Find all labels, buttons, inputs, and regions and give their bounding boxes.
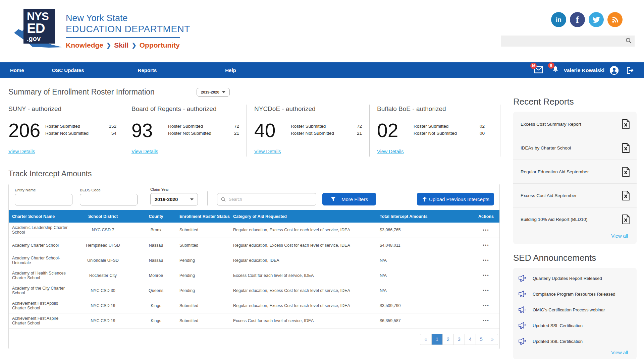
notifications-badge: 8 xyxy=(548,62,554,69)
account-circle-icon xyxy=(609,65,619,75)
cell-district: NYC CSD 19 xyxy=(73,313,132,328)
search-icon[interactable] xyxy=(625,37,632,45)
announcement-item[interactable]: Updated SSL Certification xyxy=(513,334,637,349)
announcements-view-all-link[interactable]: View all xyxy=(513,349,637,359)
view-details-link[interactable]: View Details xyxy=(8,149,35,154)
announcement-label: Quarterly Updates Report Released xyxy=(533,276,602,281)
report-item[interactable]: Excess Cost Summary Report xyxy=(513,112,637,136)
view-details-link[interactable]: View Details xyxy=(377,149,404,154)
stat-label: Roster Not Submitted xyxy=(45,130,89,137)
pagination-page-4[interactable]: 4 xyxy=(465,334,476,345)
content-column: Summary of Enrollment Roster Information… xyxy=(8,78,500,359)
filter-bar: Entity Name BEDS Code Claim Year 2019-20… xyxy=(9,184,499,210)
view-details-link[interactable]: View Details xyxy=(131,149,158,154)
nav-item-osc-updates[interactable]: OSC Updates xyxy=(52,67,84,73)
logo-text-nys: NYS xyxy=(27,11,55,22)
announcement-item[interactable]: Compliance Program Resources Released xyxy=(513,286,637,302)
excel-file-icon xyxy=(622,143,630,153)
report-item[interactable]: Regular Education Aid September xyxy=(513,160,637,184)
cell-status: Submitted xyxy=(179,238,233,253)
row-actions-button[interactable]: ••• xyxy=(483,303,489,308)
mail-button[interactable]: 16 xyxy=(534,66,543,75)
excel-file-icon xyxy=(622,167,630,177)
nysed-logo[interactable]: NYS ED .gov New York State EDUCATION DEP… xyxy=(19,9,190,49)
table-search-input[interactable] xyxy=(229,197,313,202)
cell-district: NYC CSD 7 xyxy=(73,223,132,238)
row-actions-button[interactable]: ••• xyxy=(483,288,489,293)
announcement-item[interactable]: OMIG's Certification Process webinar xyxy=(513,302,637,318)
logout-icon xyxy=(626,66,634,74)
report-item[interactable]: Building 10% Aid Report (BLD10) xyxy=(513,207,637,231)
excel-file-icon xyxy=(622,119,630,129)
announcement-item[interactable]: Quarterly Updates Report Released xyxy=(513,270,637,286)
announcements-title: SED Announcements xyxy=(513,253,637,263)
user-name[interactable]: Valerie Kowalski xyxy=(564,67,605,73)
main-navbar: Home OSC Updates Reports Help 16 8 Valer… xyxy=(0,62,644,78)
row-actions-button[interactable]: ••• xyxy=(483,273,489,278)
beds-code-input[interactable] xyxy=(80,194,138,205)
pagination-page-3[interactable]: 3 xyxy=(453,334,465,345)
summary-year-value: 2019-2020 xyxy=(201,90,219,94)
pagination-page-2[interactable]: 2 xyxy=(442,334,453,345)
stat-value: 152 xyxy=(109,123,116,130)
report-item[interactable]: IDEAs by Charter School xyxy=(513,136,637,160)
row-actions-button[interactable]: ••• xyxy=(483,243,489,248)
account-button[interactable] xyxy=(609,65,619,75)
table-header-row: Charter School Name School District Coun… xyxy=(9,210,499,223)
upload-previous-intercepts-button[interactable]: Upload Previous Intercepts xyxy=(417,193,494,205)
cell-category: Regular education, Excess Cost for each … xyxy=(233,298,380,313)
summary-year-dropdown[interactable]: 2019-2020 xyxy=(197,88,230,97)
cell-amount: $3,066,765 xyxy=(380,223,473,238)
announcement-item[interactable]: Updated SSL Certification xyxy=(513,318,637,334)
card-title: NYCDoE - authorized xyxy=(254,105,362,113)
reports-view-all-link[interactable]: View all xyxy=(513,231,637,244)
chevron-right-icon: ❯ xyxy=(131,42,136,49)
col-category-of-aid: Category of Aid Requested xyxy=(233,210,380,223)
claim-year-select[interactable]: 2019-2020 xyxy=(150,193,198,205)
row-actions-button[interactable]: ••• xyxy=(483,228,489,233)
pagination-prev[interactable]: « xyxy=(420,334,431,345)
brand-tagline: Knowledge ❯ Skill ❯ Opportunity xyxy=(66,41,190,49)
pagination-next[interactable]: » xyxy=(487,334,498,345)
facebook-glyph: f xyxy=(576,14,579,25)
summary-cards: SUNY - authorized 206 Roster Submitted15… xyxy=(8,105,500,157)
cell-category: Regular education, Excess Cost for each … xyxy=(233,238,380,253)
summary-title: Summary of Enrollment Roster Information xyxy=(8,87,155,97)
col-charter-school-name: Charter School Name xyxy=(9,210,73,223)
view-details-link[interactable]: View Details xyxy=(254,149,281,154)
cell-school-name: Achievement First Aspire Charter School xyxy=(9,313,73,328)
rss-icon[interactable] xyxy=(607,12,623,27)
pagination-page-5[interactable]: 5 xyxy=(476,334,487,345)
nav-item-reports[interactable]: Reports xyxy=(138,67,157,73)
entity-name-input[interactable] xyxy=(15,194,72,205)
stat-label: Roster Submitted xyxy=(291,123,326,130)
nysed-logo-mark: NYS ED .gov xyxy=(19,9,58,46)
twitter-icon[interactable] xyxy=(589,12,604,27)
tagline-word1: Knowledge xyxy=(66,41,103,49)
more-filters-label: More Filters xyxy=(341,196,368,202)
search-icon xyxy=(221,197,226,202)
nav-item-home[interactable]: Home xyxy=(10,67,24,73)
notifications-button[interactable]: 8 xyxy=(552,66,559,75)
col-actions: Actions xyxy=(473,210,499,223)
report-label: Excess Cost Aid September xyxy=(521,193,577,198)
nav-item-help[interactable]: Help xyxy=(225,67,236,73)
row-actions-button[interactable]: ••• xyxy=(483,258,489,263)
cell-school-name: Achievement First Apollo Charter School xyxy=(9,298,73,313)
report-item[interactable]: Excess Cost Aid September xyxy=(513,184,637,207)
cell-school-name: Academy of Health Sciences Charter Schoo… xyxy=(9,268,73,283)
intercept-table: Charter School Name School District Coun… xyxy=(9,210,499,328)
pagination-page-1[interactable]: 1 xyxy=(431,334,442,345)
facebook-icon[interactable]: f xyxy=(570,12,585,27)
row-actions-button[interactable]: ••• xyxy=(483,318,489,323)
site-header: NYS ED .gov New York State EDUCATION DEP… xyxy=(0,0,644,62)
logout-button[interactable] xyxy=(626,66,634,74)
table-search-box xyxy=(217,193,316,205)
site-search-input[interactable] xyxy=(501,36,625,47)
cell-school-name: Academy of the City Charter School xyxy=(9,283,73,298)
more-filters-button[interactable]: More Filters xyxy=(322,193,376,205)
filter-funnel-icon xyxy=(330,196,336,202)
cell-category: Excess Cost for each level of service, I… xyxy=(233,313,380,328)
cell-amount: N/A xyxy=(380,268,473,283)
linkedin-icon[interactable]: in xyxy=(551,12,566,27)
